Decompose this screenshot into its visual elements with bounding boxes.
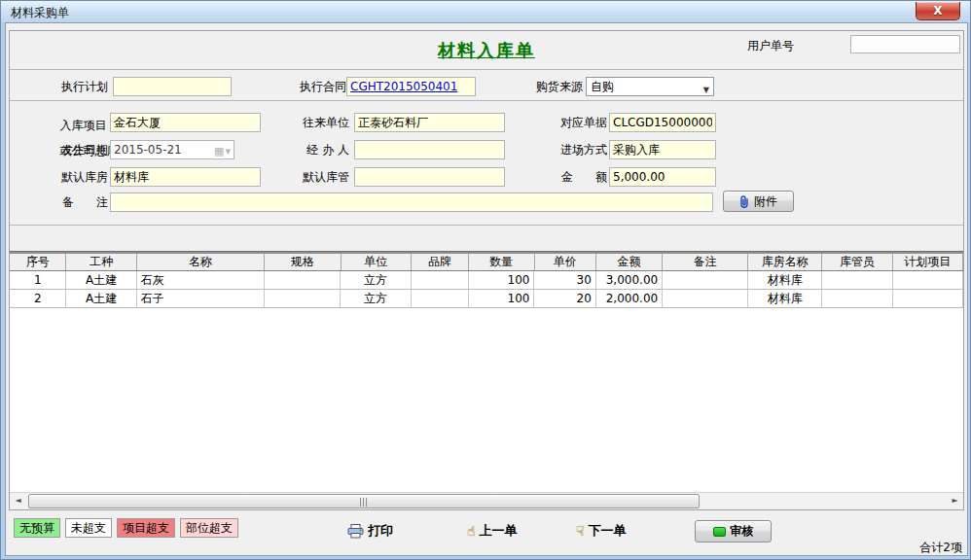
table-cell: 2,000.00: [596, 290, 663, 307]
close-icon: X: [933, 4, 942, 18]
scroll-left-button[interactable]: ◄: [10, 493, 26, 509]
items-table: 序号工种名称规格单位品牌数量单价金额备注库房名称库管员计划项目 1A土建石灰立方…: [10, 254, 963, 308]
paperclip-icon: [739, 195, 749, 208]
scroll-left-icon: ◄: [15, 496, 20, 505]
table-cell: [822, 271, 892, 289]
table-row[interactable]: 1A土建石灰立方100303,000.00材料库: [10, 271, 963, 290]
exec-plan-input[interactable]: [113, 77, 232, 96]
table-row[interactable]: 2A土建石子立方100202,000.00材料库: [10, 290, 963, 308]
scroll-right-button[interactable]: ►: [947, 493, 963, 509]
table-cell: 2: [10, 290, 66, 307]
amount-input[interactable]: [609, 167, 716, 187]
table-cell: [893, 290, 963, 307]
amount-label: 金 额: [551, 167, 607, 187]
table-body: 1A土建石灰立方100303,000.00材料库2A土建石子立方100202,0…: [10, 271, 963, 308]
source-select[interactable]: 自购 ▼: [586, 77, 714, 96]
table-header-cell[interactable]: 库房名称: [748, 254, 822, 270]
total-count: 合计2项: [919, 540, 962, 556]
table-header-cell[interactable]: 工种: [66, 254, 136, 270]
attachment-label: 附件: [754, 193, 777, 210]
print-label: 打印: [368, 522, 393, 540]
table-cell: 材料库: [748, 290, 822, 307]
legend-chip: 无预算: [14, 518, 60, 538]
divider: [10, 100, 963, 101]
table-cell: [663, 271, 748, 289]
date-picker[interactable]: 2015-05-21 ▦▾: [110, 140, 234, 159]
table-header-cell[interactable]: 备注: [663, 254, 748, 270]
project-label-line1: 入库项目: [60, 119, 107, 132]
table-cell: [265, 290, 341, 307]
prev-order-button[interactable]: ☝ 上一单: [467, 522, 518, 540]
table-cell: A土建: [66, 290, 136, 307]
source-label: 购货来源: [526, 77, 583, 96]
next-order-label: 下一单: [589, 522, 627, 540]
hand-up-icon: ☝: [467, 523, 476, 539]
table-cell: 20: [534, 290, 595, 307]
doc-label: 对应单据: [551, 113, 607, 132]
close-button[interactable]: X: [916, 2, 960, 20]
print-button[interactable]: 打印: [347, 522, 393, 540]
app-window: 材料采购单 X 材料入库单 用户单号 执行计划 执行合同 CGHT2015050…: [0, 0, 971, 560]
table-cell: 立方: [341, 271, 411, 289]
horizontal-scrollbar[interactable]: ◄ ►: [10, 492, 963, 508]
table-header-cell[interactable]: 计划项目: [893, 254, 963, 270]
page-title: 材料入库单: [10, 39, 963, 62]
chevron-down-icon: ▼: [703, 82, 709, 99]
titlebar[interactable]: 材料采购单 X: [1, 1, 970, 22]
table-cell: [412, 290, 469, 307]
audit-button[interactable]: 审核: [695, 520, 772, 542]
form-panel: 材料入库单 用户单号 执行计划 执行合同 CGHT2015050401 购货来源…: [9, 30, 964, 510]
table-header-cell[interactable]: 品牌: [412, 254, 469, 270]
unit-label: 往来单位: [293, 113, 349, 132]
exec-contract-link[interactable]: CGHT2015050401: [350, 80, 457, 93]
handler-input[interactable]: [354, 140, 505, 159]
window-title: 材料采购单: [11, 5, 69, 21]
divider: [10, 69, 963, 70]
table-cell: [822, 290, 892, 307]
next-order-button[interactable]: ☟ 下一单: [576, 522, 627, 540]
date-label: 发生日期: [52, 140, 108, 159]
table-header-cell[interactable]: 规格: [265, 254, 341, 270]
user-no-label: 用户单号: [737, 36, 794, 55]
scrollbar-grip: [360, 498, 368, 507]
unit-input[interactable]: [354, 113, 505, 132]
remark-label: 备 注: [52, 192, 108, 212]
table-cell: [893, 271, 963, 289]
legend-chip: 部位超支: [180, 518, 238, 538]
remark-input[interactable]: [110, 192, 713, 212]
table-cell: 材料库: [748, 271, 822, 289]
table-cell: [265, 271, 341, 289]
table-cell: [412, 271, 469, 289]
table-header-cell[interactable]: 库管员: [822, 254, 892, 270]
exec-contract-field: CGHT2015050401: [346, 77, 476, 96]
table-header-cell[interactable]: 金额: [596, 254, 663, 270]
project-label: 入库项目 或公司总库: [30, 107, 106, 134]
audit-label: 审核: [731, 523, 754, 540]
attachment-button[interactable]: 附件: [723, 191, 794, 212]
audit-green-icon: [713, 527, 726, 537]
table-header-cell[interactable]: 名称: [137, 254, 266, 270]
legend-chip: 未超支: [65, 518, 112, 538]
calendar-icon: ▦▾: [214, 143, 232, 160]
doc-input[interactable]: [609, 113, 716, 132]
user-no-input[interactable]: [850, 35, 960, 53]
table-header-cell[interactable]: 数量: [469, 254, 534, 270]
window-content: 材料入库单 用户单号 执行计划 执行合同 CGHT2015050401 购货来源…: [5, 22, 968, 556]
printer-icon: [347, 524, 364, 539]
source-selected-value: 自购: [591, 80, 614, 93]
keeper-label: 默认库管: [293, 167, 349, 187]
table-cell: 石子: [137, 290, 266, 307]
warehouse-input[interactable]: [110, 167, 261, 187]
table-header-cell[interactable]: 单价: [535, 254, 596, 270]
entry-input[interactable]: [609, 140, 716, 159]
table-header-row: 序号工种名称规格单位品牌数量单价金额备注库房名称库管员计划项目: [10, 254, 963, 271]
scrollbar-thumb[interactable]: [28, 494, 700, 508]
keeper-input[interactable]: [354, 167, 505, 187]
table-cell: [663, 290, 748, 307]
exec-plan-label: 执行计划: [49, 77, 108, 96]
project-input[interactable]: [110, 113, 261, 132]
date-value: 2015-05-21: [114, 143, 182, 157]
table-header-cell[interactable]: 序号: [10, 254, 66, 270]
table-header-cell[interactable]: 单位: [342, 254, 412, 270]
table-cell: 立方: [341, 290, 411, 307]
